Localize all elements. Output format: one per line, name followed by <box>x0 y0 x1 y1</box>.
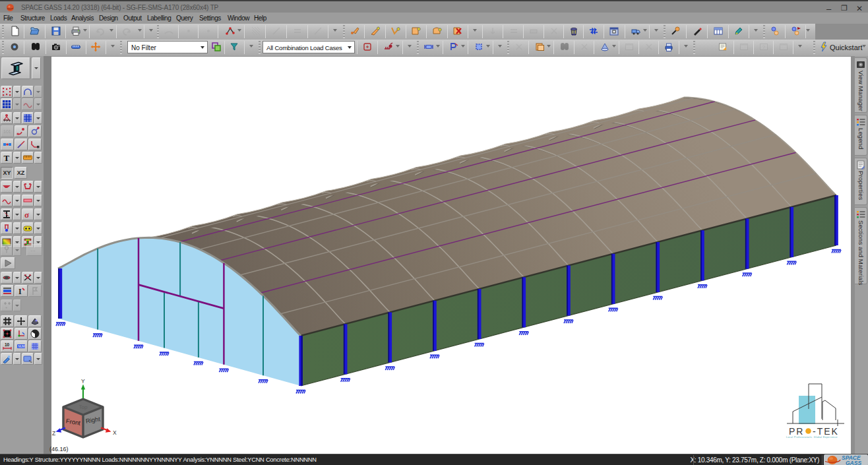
svg-text:GASS: GASS <box>846 460 861 465</box>
svg-text:?: ? <box>762 45 765 49</box>
svg-text:T: T <box>4 153 10 162</box>
svg-text:I: I <box>18 287 22 295</box>
svg-text:···: ··· <box>30 248 36 254</box>
svg-text:Top: Top <box>78 404 88 410</box>
svg-text:101: 101 <box>3 129 11 134</box>
svg-text:Z: Z <box>52 430 55 437</box>
svg-text:NUM: NUM <box>18 345 25 348</box>
svg-text:10: 10 <box>5 342 10 347</box>
svg-text:Local Professionals. Global E: Local Professionals. Global Experience <box>786 436 838 439</box>
svg-text:σ: σ <box>24 210 29 219</box>
svg-text:X: X <box>113 429 117 436</box>
svg-text:Y: Y <box>81 378 85 385</box>
svg-text:+: + <box>5 305 8 309</box>
